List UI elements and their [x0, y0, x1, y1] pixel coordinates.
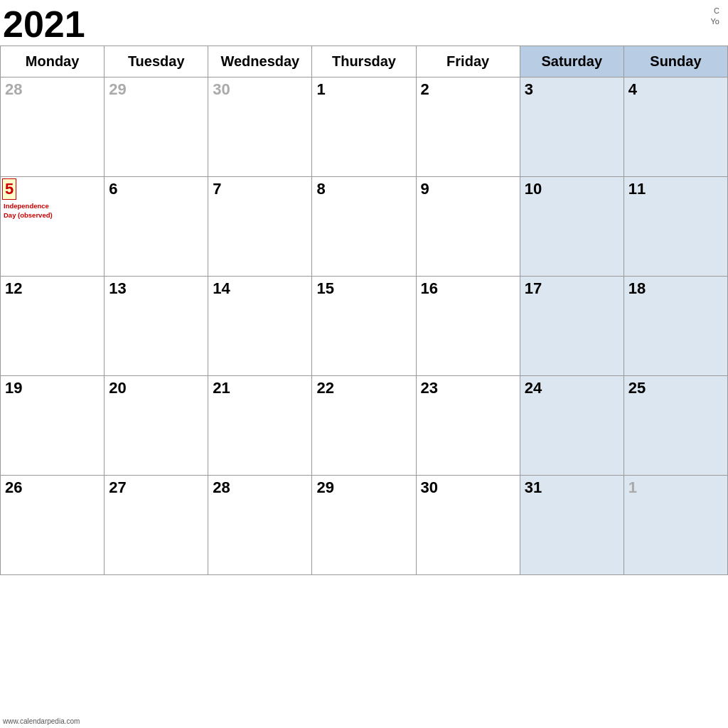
- col-thursday: Thursday: [312, 46, 416, 77]
- calendar-header: 2021 C Yo: [0, 0, 728, 46]
- day-num: 26: [2, 477, 25, 498]
- day-cell-jul22: 22: [312, 376, 416, 476]
- page-title: 2021: [3, 6, 85, 43]
- day-num-holiday: 5: [2, 178, 16, 200]
- day-cell-jun28: 28: [1, 77, 105, 177]
- day-num: 12: [2, 278, 25, 299]
- header-right-line2: Yo: [711, 16, 719, 27]
- day-num: 6: [106, 178, 120, 200]
- col-friday: Friday: [416, 46, 520, 77]
- day-num: 8: [314, 178, 328, 200]
- day-cell-jul2: 2: [416, 77, 520, 177]
- day-cell-jul12: 12: [1, 277, 105, 376]
- day-num: 18: [626, 278, 648, 299]
- day-cell-jul8: 8: [312, 177, 416, 277]
- day-num: 14: [210, 278, 232, 299]
- day-cell-jul7: 7: [208, 177, 312, 277]
- day-cell-jul16: 16: [416, 277, 520, 376]
- header-right-line1: C: [711, 6, 719, 16]
- day-num: 29: [106, 79, 129, 100]
- day-num: 25: [626, 378, 648, 399]
- day-num: 11: [626, 178, 648, 200]
- day-num: 1: [314, 79, 328, 100]
- day-cell-jul10: 10: [520, 177, 623, 277]
- day-cell-jul1: 1: [312, 77, 416, 177]
- day-cell-jul14: 14: [208, 277, 312, 376]
- day-num: 23: [418, 378, 441, 399]
- day-num: 9: [418, 178, 432, 200]
- day-cell-jul5: 5 IndependenceDay (observed): [1, 177, 105, 277]
- calendar-page: 2021 C Yo Monday Tuesday Wednesday Thurs…: [0, 0, 728, 728]
- day-num: 10: [522, 178, 545, 200]
- event-independence-day: IndependenceDay (observed): [2, 201, 102, 220]
- col-tuesday: Tuesday: [105, 46, 208, 77]
- day-cell-jul30: 30: [416, 476, 520, 575]
- day-cell-jul6: 6: [105, 177, 208, 277]
- col-monday: Monday: [1, 46, 105, 77]
- day-num: 24: [522, 378, 545, 399]
- week-row-1: 28 29 30 1 2 3 4: [1, 77, 728, 177]
- day-num: 13: [106, 278, 129, 299]
- day-cell-aug1: 1: [623, 476, 727, 575]
- day-cell-jul17: 17: [520, 277, 623, 376]
- day-cell-jul25: 25: [623, 376, 727, 476]
- day-cell-jun29: 29: [105, 77, 208, 177]
- day-cell-jul3: 3: [520, 77, 623, 177]
- header-row: Monday Tuesday Wednesday Thursday Friday…: [1, 46, 728, 77]
- header-right: C Yo: [711, 6, 719, 28]
- day-num: 30: [418, 477, 441, 498]
- day-cell-jul23: 23: [416, 376, 520, 476]
- week-row-2: 5 IndependenceDay (observed) 6 7 8 9 10: [1, 177, 728, 277]
- day-cell-jul15: 15: [312, 277, 416, 376]
- day-num: 17: [522, 278, 545, 299]
- week-row-3: 12 13 14 15 16 17 18: [1, 277, 728, 376]
- day-num: 15: [314, 278, 336, 299]
- day-num: 1: [626, 477, 640, 498]
- day-cell-jul31: 31: [520, 476, 623, 575]
- day-num: 19: [2, 378, 25, 399]
- day-cell-jun30: 30: [208, 77, 312, 177]
- day-cell-jul9: 9: [416, 177, 520, 277]
- day-cell-jul26: 26: [1, 476, 105, 575]
- day-cell-jul21: 21: [208, 376, 312, 476]
- day-num: 22: [314, 378, 336, 399]
- day-cell-jul13: 13: [105, 277, 208, 376]
- week-row-4: 19 20 21 22 23 24 25: [1, 376, 728, 476]
- day-num: 7: [210, 178, 224, 200]
- day-num: 3: [522, 79, 536, 100]
- day-num: 21: [210, 378, 232, 399]
- col-sunday: Sunday: [623, 46, 727, 77]
- day-num: 29: [314, 477, 336, 498]
- day-num: 4: [626, 79, 640, 100]
- calendar-table: Monday Tuesday Wednesday Thursday Friday…: [0, 46, 728, 575]
- day-cell-jul4: 4: [623, 77, 727, 177]
- day-num: 2: [418, 79, 432, 100]
- day-cell-jul20: 20: [105, 376, 208, 476]
- day-num: 31: [522, 477, 545, 498]
- day-cell-jul27: 27: [105, 476, 208, 575]
- day-num: 28: [210, 477, 232, 498]
- day-num: 16: [418, 278, 441, 299]
- day-cell-jul28: 28: [208, 476, 312, 575]
- day-num: 30: [210, 79, 232, 100]
- day-num: 20: [106, 378, 129, 399]
- footer-url: www.calendarpedia.com: [3, 717, 80, 725]
- day-cell-jul18: 18: [623, 277, 727, 376]
- day-num: 27: [106, 477, 129, 498]
- week-row-5: 26 27 28 29 30 31 1: [1, 476, 728, 575]
- day-cell-jul19: 19: [1, 376, 105, 476]
- day-cell-jul24: 24: [520, 376, 623, 476]
- day-cell-jul11: 11: [623, 177, 727, 277]
- day-cell-jul29: 29: [312, 476, 416, 575]
- col-wednesday: Wednesday: [208, 46, 312, 77]
- day-num: 28: [2, 79, 25, 100]
- col-saturday: Saturday: [520, 46, 623, 77]
